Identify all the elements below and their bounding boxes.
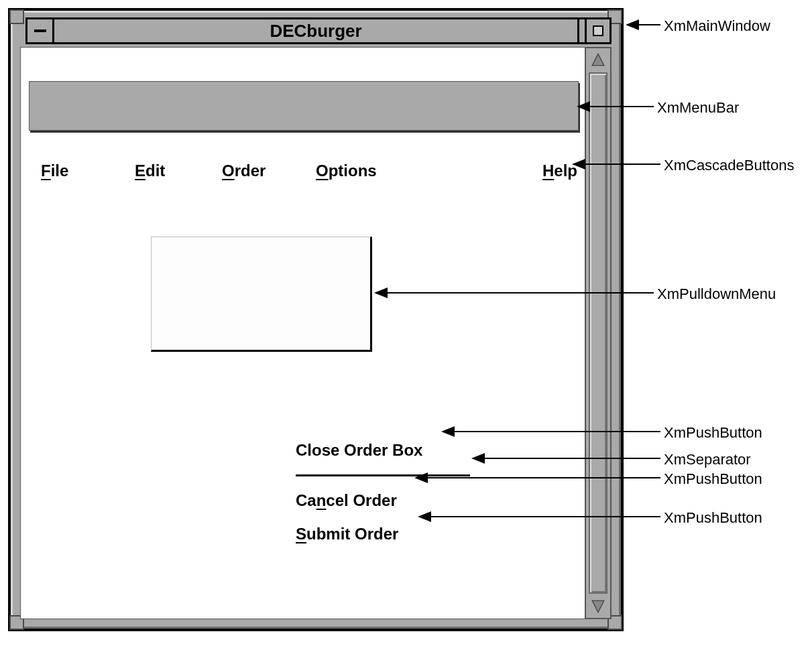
maximize-button[interactable]: [585, 17, 612, 44]
chevron-down-icon: [592, 600, 604, 612]
annotation-separator: XmSeparator: [664, 451, 751, 468]
submit-order-button[interactable]: Submit Order: [296, 525, 483, 543]
scroll-up-button[interactable]: [586, 48, 610, 71]
window-title: DECburger: [52, 17, 579, 44]
main-window: DECburger File Edit Order Options Help: [8, 8, 624, 631]
client-area: File Edit Order Options Help Close Order…: [20, 47, 589, 619]
menu-separator: [296, 474, 470, 476]
close-order-box-button[interactable]: Close Order Box: [296, 441, 483, 460]
maximize-icon: [593, 25, 603, 36]
cancel-order-button[interactable]: Cancel Order: [296, 491, 483, 510]
annotation-push-button-2: XmPushButton: [664, 470, 762, 488]
cascade-order[interactable]: Order: [222, 161, 266, 180]
annotation-main-window: XmMainWindow: [664, 17, 770, 35]
cascade-help[interactable]: Help: [542, 161, 577, 180]
scroll-down-button[interactable]: [586, 595, 610, 618]
cascade-file[interactable]: File: [41, 161, 68, 180]
cascade-edit[interactable]: Edit: [135, 161, 165, 180]
cascade-buttons-row: File Edit Order Options Help: [41, 161, 577, 182]
annotation-cascade-buttons: XmCascadeButtons: [664, 157, 794, 174]
system-menu-button[interactable]: [25, 17, 52, 44]
vertical-scrollbar[interactable]: [585, 47, 612, 619]
annotation-pulldown-menu: XmPulldownMenu: [657, 285, 776, 303]
scrollbar-track[interactable]: [589, 72, 607, 594]
window-corner-handle[interactable]: [9, 9, 24, 24]
dash-icon: [34, 29, 46, 32]
pulldown-menu-items: Close Order Box Cancel Order Submit Orde…: [296, 426, 483, 558]
chevron-up-icon: [592, 54, 604, 66]
annotation-menu-bar: XmMenuBar: [657, 99, 739, 117]
annotation-push-button-1: XmPushButton: [664, 424, 762, 442]
annotation-push-button-3: XmPushButton: [664, 509, 762, 527]
cascade-options[interactable]: Options: [316, 161, 377, 180]
title-bar: DECburger: [25, 17, 606, 44]
menu-bar[interactable]: [29, 81, 579, 131]
pulldown-menu[interactable]: [151, 237, 372, 352]
